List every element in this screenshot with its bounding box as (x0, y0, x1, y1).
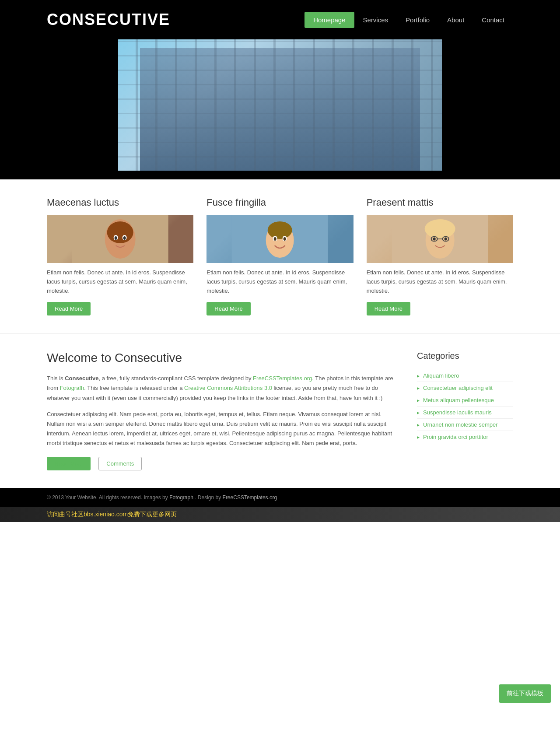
watermark-bar: 访问曲号社区bbs.xieniao.com免费下载更多网页 (0, 507, 560, 522)
read-more-button-3[interactable]: Read More (367, 302, 410, 315)
svg-point-9 (268, 221, 292, 239)
list-item: Urnanet non molestie semper (417, 419, 513, 431)
svg-point-2 (107, 221, 133, 243)
main-area: Welcome to Consecutive This is Consecuti… (0, 333, 560, 488)
footer-fotograph-link[interactable]: Fotograph (169, 494, 193, 501)
sidebar: Categories Aliquam liberoConsectetuer ad… (417, 351, 513, 470)
read-more-button-2[interactable]: Read More (206, 302, 250, 315)
category-list: Aliquam liberoConsectetuer adipiscing el… (417, 370, 513, 443)
footer: © 2013 Your Website. All rights reserved… (0, 488, 560, 507)
col-heading-2: Fusce fringilla (206, 197, 353, 208)
list-item: Consectetuer adipiscing elit (417, 382, 513, 394)
nav-item-about[interactable]: About (438, 12, 473, 28)
nav-item-services[interactable]: Services (354, 12, 397, 28)
hero-image (118, 39, 442, 171)
main-nav: HomepageServicesPortfolioAboutContact (304, 12, 513, 28)
list-item: Aliquam libero (417, 370, 513, 382)
category-link[interactable]: Proin gravida orci porttitor (423, 434, 488, 440)
col-heading-1: Maecenas luctus (47, 197, 193, 208)
read-more-button-main[interactable]: Read More (47, 457, 91, 470)
content-link[interactable]: Creative Commons Attributions 3.0 (184, 385, 272, 391)
col-image-1 (47, 215, 193, 263)
nav-item-contact[interactable]: Contact (473, 12, 513, 28)
welcome-heading: Welcome to Consecutive (47, 351, 399, 365)
svg-point-20 (433, 238, 435, 241)
content-paragraph-2: Consectetuer adipiscing elit. Nam pede e… (47, 410, 399, 448)
list-item: Metus aliquam pellentesque (417, 394, 513, 407)
nav-item-homepage[interactable]: Homepage (304, 12, 354, 28)
category-link[interactable]: Suspendisse iaculis mauris (423, 409, 492, 416)
footer-text: © 2013 Your Website. All rights reserved… (47, 494, 277, 501)
column-1: Maecenas luctus Etiam non felis. Donec u… (47, 197, 193, 315)
comments-button[interactable]: Comments (98, 457, 142, 470)
category-link[interactable]: Aliquam libero (423, 372, 459, 379)
nav-item-portfolio[interactable]: Portfolio (397, 12, 438, 28)
col-heading-3: Praesent mattis (367, 197, 513, 208)
footer-copy: © 2013 Your Website. All rights reserved… (47, 494, 168, 501)
content-buttons: Read More Comments (47, 457, 399, 470)
col-image-2 (206, 215, 353, 263)
footer-design-link[interactable]: FreeCSSTemplates.org (223, 494, 277, 501)
category-link[interactable]: Urnanet non molestie semper (423, 421, 498, 428)
building-overlay (118, 39, 442, 171)
content-link[interactable]: Fotografh (60, 385, 84, 391)
category-link[interactable]: Consectetuer adipiscing elit (423, 385, 493, 391)
column-3: Praesent mattis Etiam non felis. Donec u… (367, 197, 513, 315)
footer-design-text: . Design by (195, 494, 221, 501)
svg-point-12 (274, 237, 276, 241)
svg-point-16 (424, 219, 455, 238)
svg-point-21 (444, 238, 447, 241)
svg-point-6 (123, 236, 126, 240)
categories-heading: Categories (417, 351, 513, 361)
col-image-3 (367, 215, 513, 263)
hero-section (0, 39, 560, 179)
site-logo: CONSECUTIVE (47, 11, 170, 29)
list-item: Suspendisse iaculis mauris (417, 407, 513, 419)
svg-point-5 (115, 236, 117, 240)
col-body-3: Etiam non felis. Donec ut ante. In id er… (367, 268, 513, 295)
category-link[interactable]: Metus aliquam pellentesque (423, 397, 494, 403)
content-bold: Consecutive (65, 375, 98, 382)
three-column-section: Maecenas luctus Etiam non felis. Donec u… (0, 179, 560, 333)
col-body-2: Etiam non felis. Donec ut ante. In id er… (206, 268, 353, 295)
main-content: Welcome to Consecutive This is Consecuti… (47, 351, 399, 470)
header: CONSECUTIVE HomepageServicesPortfolioAbo… (0, 0, 560, 39)
content-link[interactable]: FreeCSSTemplates.org (253, 375, 312, 382)
col-body-1: Etiam non felis. Donec ut ante. In id er… (47, 268, 193, 295)
svg-point-13 (284, 237, 286, 241)
watermark-text: 访问曲号社区bbs.xieniao.com免费下载更多网页 (47, 511, 177, 518)
column-2: Fusce fringilla Etiam non felis. Donec u… (206, 197, 353, 315)
content-paragraph-1: This is Consecutive, a free, fully stand… (47, 374, 399, 403)
list-item: Proin gravida orci porttitor (417, 431, 513, 443)
read-more-button-1[interactable]: Read More (47, 302, 91, 315)
